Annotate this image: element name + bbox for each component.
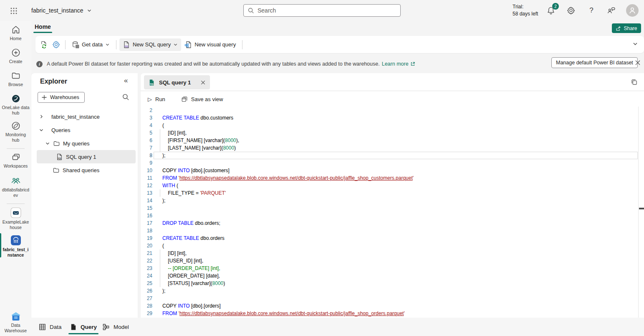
line-text: WITH (: [152, 183, 178, 188]
code-line-21[interactable]: 21 [ID] [int],: [141, 249, 644, 257]
settings-button[interactable]: [566, 5, 576, 15]
tree-label: Queries: [51, 127, 71, 133]
view-tab-query[interactable]: Query: [70, 318, 97, 336]
close-tab-button[interactable]: [200, 80, 206, 85]
code-line-20[interactable]: 20(: [141, 242, 644, 249]
code-line-25[interactable]: 25 [STATUS] [varchar](8000): [141, 280, 644, 287]
tree-label: SQL query 1: [66, 154, 96, 160]
code-line-16[interactable]: 16: [141, 212, 644, 219]
line-text: [LAST_NAME] [varchar](8000): [152, 145, 236, 151]
sql-code-editor[interactable]: 23CREATE TABLE dbo.customers4(5 [ID] [in…: [141, 107, 644, 318]
nav-data-warehouse[interactable]: Data Warehouse: [0, 311, 31, 333]
nav-label: OneLake data hub: [2, 105, 30, 116]
person-icon: [629, 7, 636, 14]
line-number: 19: [141, 234, 152, 242]
line-text: [152, 107, 162, 113]
new-sql-query-button[interactable]: SQL New SQL query: [119, 38, 181, 51]
query-tab-sql-query-1[interactable]: SQL SQL query 1: [144, 75, 210, 89]
nav-create[interactable]: Create: [0, 48, 31, 64]
code-line-4[interactable]: 4(: [141, 122, 644, 129]
view-tab-model[interactable]: Model: [102, 318, 129, 336]
explorer-search-button[interactable]: [122, 94, 129, 101]
code-line-26[interactable]: 26);: [141, 287, 644, 295]
help-button[interactable]: ?: [586, 5, 596, 15]
code-line-10[interactable]: 10COPY INTO [dbo].[customers]: [141, 167, 644, 174]
code-line-7[interactable]: 7 [LAST_NAME] [varchar](8000): [141, 144, 644, 152]
code-line-12[interactable]: 12WITH (: [141, 182, 644, 189]
code-line-2[interactable]: 2: [141, 107, 644, 114]
nav-monitoring-hub[interactable]: Monitoring hub: [0, 121, 31, 143]
nav-item-examplelakehouse[interactable]: ExampleLakehouse: [0, 207, 31, 230]
code-line-22[interactable]: 22 [USER_ID] [int],: [141, 257, 644, 265]
learn-more-link[interactable]: Learn more: [382, 61, 415, 67]
model-diagram-icon: [102, 323, 110, 331]
chevron-down-icon: [173, 42, 178, 47]
code-line-9[interactable]: 9: [141, 159, 644, 167]
share-button[interactable]: Share: [612, 23, 641, 33]
nav-label: Monitoring hub: [2, 132, 30, 143]
code-line-28[interactable]: 28COPY INTO [dbo].[orders]: [141, 302, 644, 310]
tree-item-warehouse[interactable]: fabric_test_instance: [31, 110, 138, 123]
indent-guide: [160, 280, 160, 287]
refresh-dataset-button[interactable]: [37, 38, 50, 51]
code-line-11[interactable]: 11FROM 'https://dbtlabsynapsedatalake.bl…: [141, 174, 644, 182]
chevron-down-icon: [632, 41, 638, 47]
new-warehouse-button[interactable]: Warehouses: [38, 92, 85, 103]
nav-onelake-data-hub[interactable]: OneLake data hub: [0, 94, 31, 116]
new-visual-query-button[interactable]: New visual query: [181, 38, 239, 51]
app-launcher-icon[interactable]: [8, 5, 19, 16]
line-text: (: [152, 243, 164, 249]
code-line-13[interactable]: 13 FILE_TYPE = 'PARQUET': [141, 189, 644, 197]
copy-button[interactable]: [629, 77, 639, 87]
code-line-29[interactable]: 29FROM 'https://dbtlabsynapsedatalake.bl…: [141, 310, 644, 317]
ribbon-collapse-button[interactable]: [632, 41, 638, 47]
close-icon: [635, 60, 641, 66]
account-avatar[interactable]: [626, 4, 639, 17]
code-line-15[interactable]: 15: [141, 204, 644, 212]
banner-close-button[interactable]: [634, 59, 642, 67]
tree-item-my-queries[interactable]: My queries: [31, 137, 138, 150]
nav-workspace-dbtlabsfabricdev[interactable]: dbtlabsfabricdev: [0, 176, 31, 198]
code-line-19[interactable]: 19CREATE TABLE dbo.orders: [141, 234, 644, 242]
tree-item-queries[interactable]: Queries: [31, 123, 138, 137]
nav-label: Home: [2, 36, 30, 41]
manage-default-dataset-button[interactable]: Manage default Power BI dataset: [551, 57, 638, 68]
indent-guide: [160, 265, 160, 272]
code-line-18[interactable]: 18: [141, 227, 644, 234]
run-label: Run: [155, 96, 165, 102]
code-line-5[interactable]: 5 [ID] [int],: [141, 129, 644, 137]
workspace-switcher[interactable]: fabric_test_instance: [31, 0, 92, 21]
tab-home[interactable]: Home: [35, 23, 51, 30]
nav-home[interactable]: Home: [0, 25, 31, 41]
tree-item-sql-query-1[interactable]: SQL SQL query 1: [37, 150, 136, 163]
code-line-17[interactable]: 17DROP TABLE dbo.orders;: [141, 219, 644, 227]
code-line-6[interactable]: 6 [FIRST_NAME] [varchar](8000),: [141, 137, 644, 144]
search-input[interactable]: Search: [243, 4, 401, 17]
settings-ribbon-button[interactable]: [50, 38, 62, 51]
code-line-24[interactable]: 24 [ORDER_DATE] [date],: [141, 272, 644, 280]
nav-browse[interactable]: Browse: [0, 71, 31, 87]
run-button[interactable]: ▷ Run: [145, 94, 168, 104]
feedback-button[interactable]: [606, 5, 616, 15]
line-text: COPY INTO [dbo].[customers]: [152, 168, 230, 173]
tree-item-shared-queries[interactable]: Shared queries: [31, 163, 138, 177]
editor-overview-ruler[interactable]: [638, 107, 644, 318]
code-line-14[interactable]: 14);: [141, 197, 644, 204]
ribbon-separator: [242, 40, 242, 49]
nav-workspaces[interactable]: Workspaces: [0, 152, 31, 169]
save-as-view-button[interactable]: Save as view: [179, 94, 226, 104]
nav-item-fabric-test-instance[interactable]: fabric_test_instance: [0, 235, 31, 258]
view-tab-data[interactable]: Data: [39, 318, 62, 336]
code-line-8[interactable]: 8);: [141, 152, 644, 159]
bottom-view-switcher: Data Query Model: [31, 318, 644, 336]
line-number: 24: [141, 272, 152, 280]
learn-more-label: Learn more: [382, 61, 409, 67]
get-data-button[interactable]: Get data: [68, 38, 113, 51]
code-line-27[interactable]: 27: [141, 295, 644, 302]
notifications-button[interactable]: 2: [546, 5, 556, 15]
line-text: FROM 'https://dbtlabsynapsedatalake.blob…: [152, 175, 414, 181]
code-line-3[interactable]: 3CREATE TABLE dbo.customers: [141, 114, 644, 122]
line-text: [152, 160, 162, 166]
explorer-collapse-button[interactable]: «: [124, 76, 128, 85]
code-line-23[interactable]: 23 -- [ORDER_DATE] [int],: [141, 265, 644, 272]
